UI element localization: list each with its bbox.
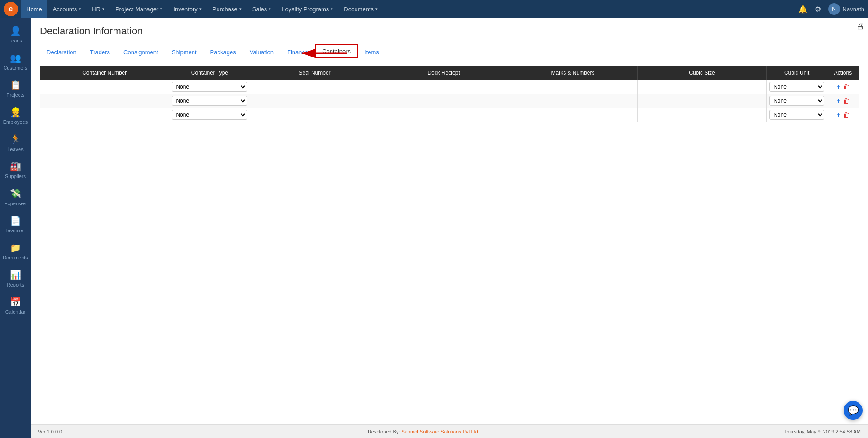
col-dock-reciept: Dock Reciept xyxy=(379,66,508,80)
nav-loyalty[interactable]: Loyality Programs▾ xyxy=(276,0,338,18)
row-1-cubic-unit[interactable]: None xyxy=(769,96,824,106)
tab-consignment[interactable]: Consignment xyxy=(117,46,165,58)
tab-containers[interactable]: Containers xyxy=(315,44,358,58)
pur-caret: ▾ xyxy=(239,7,242,11)
tab-shipment[interactable]: Shipment xyxy=(165,46,204,58)
footer-datetime: Thursday, May 9, 2019 2:54:58 AM xyxy=(784,429,861,434)
row-1-add-button[interactable]: + xyxy=(836,97,840,104)
tabs-wrapper: Declaration Traders Consignment Shipment… xyxy=(40,44,859,58)
row-0-dock-reciept[interactable] xyxy=(382,84,505,90)
row-0-cubic-size[interactable] xyxy=(640,84,764,90)
row-0-container-number[interactable] xyxy=(43,84,166,90)
chat-bubble[interactable]: 💬 xyxy=(844,401,863,420)
developer-info: Developed By: Sanmol Software Solutions … xyxy=(368,429,478,434)
tab-items[interactable]: Items xyxy=(358,46,386,58)
row-1-seal-number[interactable] xyxy=(253,98,376,104)
sidebar-item-customers[interactable]: 👥 Customers xyxy=(0,49,31,74)
row-1-container-type[interactable]: None xyxy=(172,96,247,106)
row-2-marks-numbers[interactable] xyxy=(511,112,634,118)
sales-caret: ▾ xyxy=(269,7,271,11)
row-1-marks-numbers[interactable] xyxy=(511,98,634,104)
hr-caret: ▾ xyxy=(102,7,104,11)
page-title: Declaration Information xyxy=(40,25,859,37)
row-0-seal-number[interactable] xyxy=(253,84,376,90)
sidebar-item-expenses[interactable]: 💸 Expenses xyxy=(0,184,31,210)
settings-icon[interactable]: ⚙ xyxy=(815,5,821,14)
sidebar-label-calendar: Calendar xyxy=(5,309,26,315)
nav-inventory[interactable]: Inventory▾ xyxy=(168,0,207,18)
avatar: N xyxy=(828,3,840,15)
row-2-add-button[interactable]: + xyxy=(836,111,840,118)
sidebar-item-invoices[interactable]: 📄 Invoices xyxy=(0,212,31,237)
row-2-container-type[interactable]: None xyxy=(172,110,247,120)
table-row: NoneNone+🗑 xyxy=(40,94,859,108)
calendar-icon: 📅 xyxy=(10,297,21,307)
row-0-cubic-unit[interactable]: None xyxy=(769,82,824,92)
sidebar-item-calendar[interactable]: 📅 Calendar xyxy=(0,293,31,318)
col-actions: Actions xyxy=(827,66,859,80)
tab-bar: Declaration Traders Consignment Shipment… xyxy=(40,44,859,58)
leads-icon: 👤 xyxy=(10,25,21,36)
sidebar: 👤 Leads 👥 Customers 📋 Projects 👷 Employe… xyxy=(0,18,31,438)
row-1-cubic-size[interactable] xyxy=(640,98,764,104)
tab-valuation[interactable]: Valuation xyxy=(243,46,280,58)
sidebar-item-employees[interactable]: 👷 Employees xyxy=(0,103,31,128)
doc-caret: ▾ xyxy=(375,7,378,11)
sidebar-item-leads[interactable]: 👤 Leads xyxy=(0,22,31,47)
row-0-marks-numbers[interactable] xyxy=(511,84,634,90)
tab-finance[interactable]: Finance xyxy=(280,46,315,58)
sidebar-label-customers: Customers xyxy=(3,65,27,71)
sidebar-label-invoices: Invoices xyxy=(6,228,24,233)
sidebar-item-projects[interactable]: 📋 Projects xyxy=(0,76,31,101)
tab-declaration[interactable]: Declaration xyxy=(40,46,83,58)
user-profile[interactable]: N Navnath xyxy=(828,3,864,15)
developer-link: Sanmol Software Solutions Pvt Ltd xyxy=(402,429,478,434)
row-0-container-type[interactable]: None xyxy=(172,82,247,92)
row-1-dock-reciept[interactable] xyxy=(382,98,505,104)
suppliers-icon: 🏭 xyxy=(10,161,21,172)
col-seal-number: Seal Number xyxy=(250,66,379,80)
app-logo[interactable]: e xyxy=(4,2,18,16)
nav-accounts[interactable]: Accounts▾ xyxy=(47,0,86,18)
sidebar-item-documents[interactable]: 📁 Documents xyxy=(0,239,31,264)
nav-project-manager[interactable]: Project Manager▾ xyxy=(110,0,168,18)
nav-home[interactable]: Home xyxy=(21,0,47,18)
top-navigation: e Home Accounts▾ HR▾ Project Manager▾ In… xyxy=(0,0,868,18)
footer: Ver 1.0.0.0 Developed By: Sanmol Softwar… xyxy=(31,424,868,438)
row-2-cubic-unit[interactable]: None xyxy=(769,110,824,120)
sidebar-item-leaves[interactable]: 🏃 Leaves xyxy=(0,130,31,155)
sidebar-label-leaves: Leaves xyxy=(7,146,23,152)
tab-traders[interactable]: Traders xyxy=(83,46,117,58)
nav-documents[interactable]: Documents▾ xyxy=(338,0,383,18)
nav-hr[interactable]: HR▾ xyxy=(86,0,110,18)
notification-icon[interactable]: 🔔 xyxy=(798,5,807,14)
row-2-seal-number[interactable] xyxy=(253,112,376,118)
sidebar-item-suppliers[interactable]: 🏭 Suppliers xyxy=(0,157,31,183)
print-icon[interactable]: 🖨 xyxy=(856,22,864,31)
invoices-icon: 📄 xyxy=(10,215,21,226)
sidebar-label-leads: Leads xyxy=(9,38,22,43)
col-cubic-unit: Cubic Unit xyxy=(767,66,827,80)
table-row: NoneNone+🗑 xyxy=(40,80,859,94)
row-2-cubic-size[interactable] xyxy=(640,112,764,118)
row-2-dock-reciept[interactable] xyxy=(382,112,505,118)
col-container-number: Container Number xyxy=(40,66,169,80)
nav-purchase[interactable]: Purchase▾ xyxy=(207,0,247,18)
leaves-icon: 🏃 xyxy=(10,134,21,145)
projects-icon: 📋 xyxy=(10,80,21,90)
tab-packages[interactable]: Packages xyxy=(204,46,243,58)
accounts-caret: ▾ xyxy=(79,7,81,11)
nav-sales[interactable]: Sales▾ xyxy=(247,0,277,18)
sidebar-item-reports[interactable]: 📊 Reports xyxy=(0,266,31,291)
row-2-container-number[interactable] xyxy=(43,112,166,118)
main-layout: 👤 Leads 👥 Customers 📋 Projects 👷 Employe… xyxy=(0,18,868,438)
content-inner: 🖨 Declaration Information Declaration Tr… xyxy=(31,18,868,424)
row-1-delete-button[interactable]: 🗑 xyxy=(843,97,849,104)
containers-table: Container Number Container Type Seal Num… xyxy=(40,66,859,122)
reports-icon: 📊 xyxy=(10,269,21,280)
row-0-add-button[interactable]: + xyxy=(836,83,840,90)
row-2-delete-button[interactable]: 🗑 xyxy=(843,111,849,118)
row-0-delete-button[interactable]: 🗑 xyxy=(843,83,849,90)
inv-caret: ▾ xyxy=(199,7,202,11)
row-1-container-number[interactable] xyxy=(43,98,166,104)
